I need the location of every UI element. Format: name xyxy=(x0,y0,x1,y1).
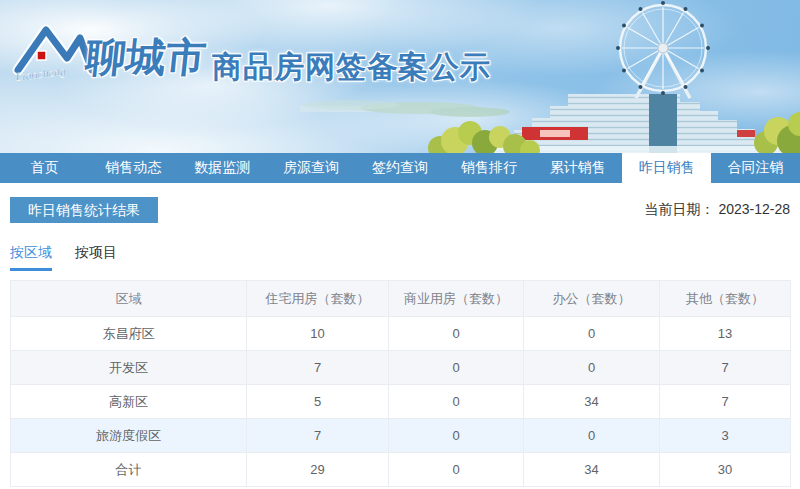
table-cell: 34 xyxy=(524,385,660,419)
table-cell: 30 xyxy=(660,453,791,487)
table-cell: 0 xyxy=(389,419,524,453)
sales-stats-table: 区域住宅用房（套数）商业用房（套数）办公（套数）其他（套数） 东昌府区10001… xyxy=(10,280,791,487)
table-cell: 7 xyxy=(247,419,389,453)
table-cell: 3 xyxy=(660,419,791,453)
current-date: 当前日期：2023-12-28 xyxy=(644,201,790,219)
view-tabs: 按区域按项目 xyxy=(10,244,790,271)
main-content: 昨日销售统计结果 当前日期：2023-12-28 按区域按项目 区域住宅用房（套… xyxy=(0,183,800,487)
current-date-label: 当前日期： xyxy=(644,201,714,217)
nav-item-sales-activity[interactable]: 销售动态 xyxy=(89,153,178,183)
column-header: 区域 xyxy=(11,281,247,317)
site-banner: Liaocheng 聊城市 商品房网签备案公示 xyxy=(0,0,800,153)
table-cell: 0 xyxy=(389,385,524,419)
mountain-logo-icon xyxy=(18,30,92,70)
site-title: 商品房网签备案公示 xyxy=(212,47,491,88)
table-row: 旅游度假区7003 xyxy=(11,419,791,453)
page-title: 昨日销售统计结果 xyxy=(10,197,158,223)
table-cell: 5 xyxy=(247,385,389,419)
column-header: 商业用房（套数） xyxy=(389,281,524,317)
table-cell: 10 xyxy=(247,317,389,351)
table-cell: 0 xyxy=(524,351,660,385)
tab-by-project[interactable]: 按项目 xyxy=(75,244,117,271)
table-cell: 旅游度假区 xyxy=(11,419,247,453)
table-row: 东昌府区100013 xyxy=(11,317,791,351)
nav-item-cumulative-sales[interactable]: 累计销售 xyxy=(533,153,622,183)
table-cell: 7 xyxy=(660,385,791,419)
table-row: 开发区7007 xyxy=(11,351,791,385)
table-cell: 0 xyxy=(389,351,524,385)
table-cell: 合计 xyxy=(11,453,247,487)
nav-item-home[interactable]: 首页 xyxy=(0,153,89,183)
table-cell: 0 xyxy=(389,453,524,487)
column-header: 办公（套数） xyxy=(524,281,660,317)
table-cell: 7 xyxy=(247,351,389,385)
table-cell: 29 xyxy=(247,453,389,487)
table-cell: 0 xyxy=(524,317,660,351)
column-header: 住宅用房（套数） xyxy=(247,281,389,317)
nav-item-listing-search[interactable]: 房源查询 xyxy=(267,153,356,183)
table-cell: 0 xyxy=(389,317,524,351)
column-header: 其他（套数） xyxy=(660,281,791,317)
table-cell: 开发区 xyxy=(11,351,247,385)
nav-item-contract-cancellation[interactable]: 合同注销 xyxy=(711,153,800,183)
nav-item-contract-search[interactable]: 签约查询 xyxy=(356,153,445,183)
current-date-value: 2023-12-28 xyxy=(718,201,790,217)
table-row: 高新区50347 xyxy=(11,385,791,419)
nav-item-sales-ranking[interactable]: 销售排行 xyxy=(444,153,533,183)
table-cell: 13 xyxy=(660,317,791,351)
table-cell: 高新区 xyxy=(11,385,247,419)
tab-by-region[interactable]: 按区域 xyxy=(10,244,52,271)
brand-name: 聊城市 xyxy=(83,30,209,85)
ferris-wheel-illustration xyxy=(616,1,710,98)
table-cell: 34 xyxy=(524,453,660,487)
table-cell: 0 xyxy=(524,419,660,453)
nav-item-yesterday-sales[interactable]: 昨日销售 xyxy=(622,153,711,183)
nav-item-data-monitoring[interactable]: 数据监测 xyxy=(178,153,267,183)
table-cell: 东昌府区 xyxy=(11,317,247,351)
page: Liaocheng 聊城市 商品房网签备案公示 首页销售动态数据监测房源查询签约… xyxy=(0,0,800,489)
table-row: 合计2903430 xyxy=(11,453,791,487)
table-cell: 7 xyxy=(660,351,791,385)
site-logo[interactable]: Liaocheng xyxy=(12,18,94,84)
main-nav: 首页销售动态数据监测房源查询签约查询销售排行累计销售昨日销售合同注销 xyxy=(0,153,800,183)
distant-shore-illustration xyxy=(300,100,510,117)
